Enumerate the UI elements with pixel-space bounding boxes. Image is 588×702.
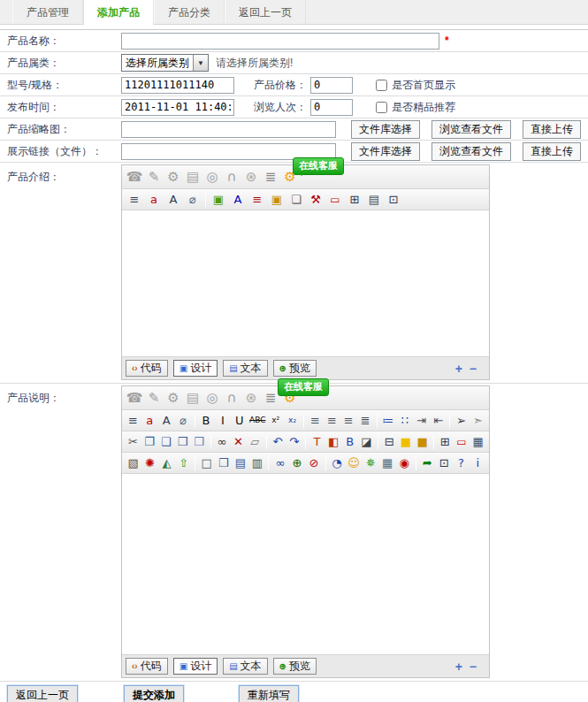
cut-icon[interactable]: ✂: [126, 433, 141, 450]
insert-file-icon[interactable]: ❒: [216, 454, 231, 471]
align-right-icon[interactable]: ≡: [341, 412, 356, 429]
panel-icon[interactable]: ▤: [184, 390, 202, 407]
delete-icon[interactable]: ✕: [231, 433, 246, 450]
print-icon[interactable]: ▤: [365, 191, 383, 208]
copy-icon[interactable]: ❐: [142, 433, 157, 450]
superscript-icon[interactable]: x²: [268, 412, 283, 429]
publish-time-input[interactable]: [121, 99, 234, 116]
cursor-alt-icon[interactable]: ➣: [470, 412, 485, 429]
desc-editor-canvas[interactable]: [122, 474, 489, 655]
send-backward-icon[interactable]: ■: [415, 433, 430, 450]
back-button[interactable]: 返回上一页: [7, 685, 78, 702]
fill-color-icon[interactable]: ◧: [326, 433, 341, 450]
font-size-icon[interactable]: A: [159, 412, 174, 429]
paragraph-format-icon[interactable]: ≡: [126, 191, 143, 208]
item-list-icon[interactable]: ≣: [262, 390, 279, 407]
clock-icon[interactable]: ◉: [397, 454, 412, 471]
schedule-icon[interactable]: ▤: [233, 454, 248, 471]
settings-icon[interactable]: ⚙: [164, 390, 182, 407]
emoticon-icon[interactable]: ☺: [347, 454, 362, 471]
shapes-icon[interactable]: ⊛: [242, 390, 260, 407]
featured-checkbox[interactable]: [376, 102, 387, 113]
table-grid-icon[interactable]: ▦: [470, 433, 485, 450]
desc-tab-design[interactable]: ▣ 设计: [173, 658, 218, 675]
redo-icon[interactable]: ↷: [286, 433, 302, 450]
editor-enlarge-icon[interactable]: +: [455, 660, 462, 673]
desc-tab-preview[interactable]: ⊕ 预览: [273, 658, 317, 675]
paste-word-icon[interactable]: ❒: [192, 433, 207, 450]
bullet-list-icon[interactable]: ∷: [397, 412, 412, 429]
dashed-select-icon[interactable]: ▭: [454, 433, 470, 450]
zoom-find-icon[interactable]: ⌀: [184, 191, 202, 208]
desc-tab-code[interactable]: ‹› 代码: [126, 658, 168, 675]
phone-icon[interactable]: ☎: [126, 169, 143, 186]
anchor-icon[interactable]: ⇧: [176, 454, 191, 471]
text-color-icon[interactable]: T: [309, 433, 325, 450]
tab-add-product[interactable]: 添加产品: [83, 0, 154, 25]
fullscreen-icon[interactable]: ⊡: [437, 454, 452, 471]
intro-editor-canvas[interactable]: [122, 210, 489, 357]
headset-icon[interactable]: ∩: [223, 169, 241, 186]
intro-tab-code[interactable]: ‹› 代码: [126, 360, 168, 377]
eraser-icon[interactable]: ▱: [248, 433, 263, 450]
online-service-badge[interactable]: 在线客服: [293, 157, 344, 175]
tab-product-category[interactable]: 产品分类: [154, 0, 225, 24]
align-center-icon[interactable]: ≡: [325, 412, 340, 429]
art-text-icon[interactable]: ✵: [363, 454, 378, 471]
link-library-button[interactable]: 文件库选择: [351, 142, 420, 161]
new-document-icon[interactable]: □: [199, 454, 214, 471]
indent-icon[interactable]: ⇥: [414, 412, 429, 429]
intro-tab-text[interactable]: ▤ 文本: [223, 360, 267, 377]
align-justify-icon[interactable]: ≣: [358, 412, 373, 429]
insert-media-icon[interactable]: ◭: [159, 454, 174, 471]
iframe-icon[interactable]: ⊟: [382, 433, 397, 450]
paragraph-format-icon[interactable]: ≡: [126, 412, 141, 429]
strikethrough-icon[interactable]: ABC: [248, 412, 266, 429]
tab-go-back[interactable]: 返回上一页: [225, 0, 306, 24]
chevron-down-icon[interactable]: ▼: [193, 55, 208, 71]
views-input[interactable]: [310, 99, 353, 116]
thumb-browse-button[interactable]: 浏览查看文件: [431, 120, 511, 139]
reset-button[interactable]: 重新填写: [239, 685, 299, 702]
insert-photo-icon[interactable]: ▣: [268, 191, 286, 208]
list-style-icon[interactable]: ≡: [248, 191, 266, 208]
undo-icon[interactable]: ↶: [271, 433, 286, 450]
font-color-icon[interactable]: A: [229, 191, 247, 208]
underline-icon[interactable]: U: [232, 412, 247, 429]
table-menu-icon[interactable]: ⊞: [438, 433, 453, 450]
tools-icon[interactable]: ⚒: [307, 191, 325, 208]
thumb-library-button[interactable]: 文件库选择: [351, 120, 420, 139]
settings-icon[interactable]: ⚙: [164, 169, 182, 186]
about-info-icon[interactable]: i: [470, 454, 485, 471]
insert-image-icon[interactable]: ▧: [126, 454, 141, 471]
image-edit-icon[interactable]: ▣: [210, 191, 227, 208]
paste-text-icon[interactable]: ❒: [175, 433, 190, 450]
category-select[interactable]: 选择所属类别 ▼: [121, 54, 209, 72]
bg-color-icon[interactable]: B: [342, 433, 357, 450]
italic-icon[interactable]: I: [215, 412, 230, 429]
hyperlink-icon[interactable]: ⊕: [289, 454, 304, 471]
bold-icon[interactable]: B: [199, 412, 214, 429]
outdent-icon[interactable]: ⇤: [431, 412, 446, 429]
model-spec-input[interactable]: [121, 77, 234, 94]
disc-icon[interactable]: ◎: [203, 390, 221, 407]
insert-film-icon[interactable]: ▥: [249, 454, 264, 471]
help-icon[interactable]: ?: [454, 454, 469, 471]
draw-hand-icon[interactable]: ✎: [145, 169, 163, 186]
export-doc-icon[interactable]: ➦: [420, 454, 435, 471]
thumb-upload-button[interactable]: 直接上传: [523, 120, 581, 139]
editor-shrink-icon[interactable]: −: [470, 362, 477, 375]
intro-tab-preview[interactable]: ⊕ 预览: [273, 360, 317, 377]
intro-tab-design[interactable]: ▣ 设计: [173, 360, 218, 377]
editor-shrink-icon[interactable]: −: [470, 660, 477, 673]
headset-icon[interactable]: ∩: [223, 390, 241, 407]
panel-icon[interactable]: ▤: [184, 169, 202, 186]
open-window-icon[interactable]: ⊡: [385, 191, 402, 208]
remove-link-icon[interactable]: ⊘: [306, 454, 321, 471]
insert-flash-icon[interactable]: ✺: [142, 454, 157, 471]
disc-icon[interactable]: ◎: [203, 169, 221, 186]
draw-hand-icon[interactable]: ✎: [145, 390, 163, 407]
dashed-select-icon[interactable]: ▭: [326, 191, 344, 208]
thumbnail-input[interactable]: [121, 121, 336, 138]
zoom-find-icon[interactable]: ⌀: [176, 412, 191, 429]
